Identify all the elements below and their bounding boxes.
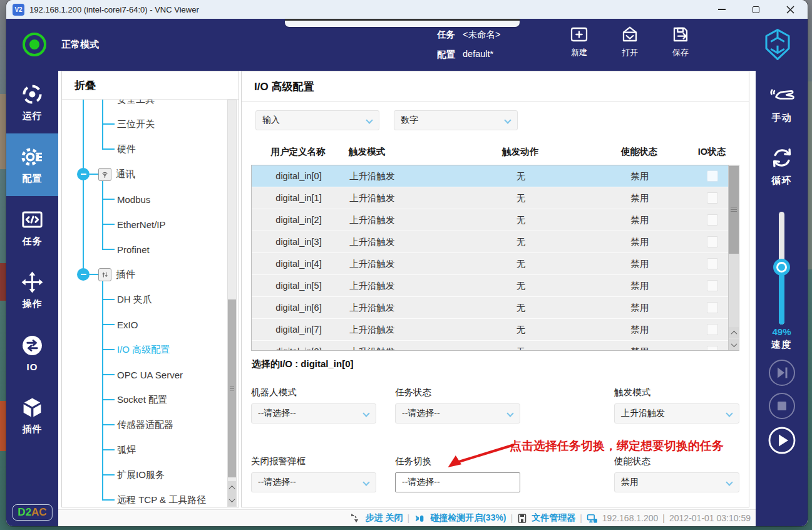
tree-item-0[interactable]: 安全工具 bbox=[62, 100, 226, 112]
trigger-mode-cell: 上升沿触发 bbox=[346, 324, 458, 336]
new-button[interactable]: 新建 bbox=[564, 24, 594, 58]
enable-state-cell: 禁用 bbox=[583, 280, 696, 292]
close-button[interactable] bbox=[773, 0, 808, 19]
step-mode-status[interactable]: 步进 关闭 bbox=[366, 512, 403, 524]
tree-item-3[interactable]: 通讯 bbox=[62, 162, 226, 187]
trigger-mode-field: 触发模式 上升沿触发 bbox=[614, 387, 739, 423]
table-row-0[interactable]: digital_in[0]上升沿触发无禁用 bbox=[252, 165, 739, 187]
tree-item-10[interactable]: I/O 高级配置 bbox=[62, 337, 226, 362]
step-forward-button[interactable] bbox=[768, 359, 796, 387]
tree-item-13[interactable]: 传感器适配器 bbox=[62, 412, 226, 437]
maximize-button[interactable] bbox=[739, 0, 773, 19]
open-icon bbox=[620, 24, 640, 44]
sidebar-item-io[interactable]: IO bbox=[6, 321, 58, 384]
io-state-checkbox[interactable] bbox=[707, 324, 718, 335]
collapse-toggle-icon[interactable] bbox=[77, 268, 90, 281]
table-row-7[interactable]: digital_in[7]上升沿触发无禁用 bbox=[252, 319, 739, 341]
table-scroll-down-button[interactable] bbox=[729, 339, 739, 350]
enable-state-select[interactable]: 禁用 bbox=[614, 472, 739, 492]
table-row-4[interactable]: digital_in[4]上升沿触发无禁用 bbox=[252, 253, 739, 275]
table-row-5[interactable]: digital_in[5]上升沿触发无禁用 bbox=[252, 275, 739, 297]
tree-item-5[interactable]: EtherNet/IP bbox=[62, 212, 226, 237]
loop-mode-button[interactable]: 循环 bbox=[756, 145, 808, 187]
tree-item-4[interactable]: Modbus bbox=[62, 187, 226, 212]
config-label: 配置 bbox=[437, 49, 455, 61]
tree-item-6[interactable]: Profinet bbox=[62, 237, 226, 262]
tree-item-2[interactable]: 硬件 bbox=[62, 137, 226, 162]
stop-icon bbox=[768, 392, 796, 420]
enable-state-cell: 禁用 bbox=[583, 236, 696, 248]
enable-state-cell: 禁用 bbox=[583, 258, 696, 270]
trigger-mode-select[interactable]: 上升沿触发 bbox=[614, 403, 739, 423]
tree-item-12[interactable]: Socket 配置 bbox=[62, 387, 226, 412]
task-icon bbox=[21, 208, 44, 231]
speed-slider-knob[interactable] bbox=[773, 259, 790, 276]
play-icon bbox=[768, 427, 796, 454]
sidebar-item-task[interactable]: 任务 bbox=[6, 196, 58, 259]
save-icon bbox=[671, 24, 691, 44]
io-direction-select[interactable]: 输入 bbox=[255, 110, 379, 130]
manual-mode-button[interactable]: 手动 bbox=[756, 85, 808, 124]
tree-item-1[interactable]: 三位开关 bbox=[62, 112, 226, 137]
tree-item-label: 弧焊 bbox=[117, 444, 136, 456]
enable-state-cell: 禁用 bbox=[583, 214, 696, 226]
io-state-checkbox[interactable] bbox=[707, 302, 718, 313]
io-state-checkbox[interactable] bbox=[707, 236, 718, 247]
collapse-header[interactable]: 折叠 bbox=[62, 71, 239, 100]
trigger-action-cell: 无 bbox=[458, 302, 583, 314]
stop-button[interactable] bbox=[768, 392, 796, 420]
tree-scroll-up-button[interactable] bbox=[228, 481, 236, 494]
tree-item-label: 三位开关 bbox=[117, 118, 155, 130]
play-button[interactable] bbox=[768, 427, 796, 454]
io-state-checkbox[interactable] bbox=[707, 346, 718, 351]
sidebar-item-jog[interactable]: 操作 bbox=[6, 259, 58, 321]
tree-scrollbar-thumb[interactable] bbox=[228, 299, 236, 477]
io-type-select[interactable]: 数字 bbox=[394, 110, 518, 130]
vnc-toolbar-tab[interactable] bbox=[285, 19, 520, 27]
window-titlebar[interactable]: V2 192.168.1.200 (intel-corei7-64:0) - V… bbox=[6, 0, 808, 19]
io-state-checkbox[interactable] bbox=[707, 192, 718, 204]
table-row-1[interactable]: digital_in[1]上升沿触发无禁用 bbox=[252, 187, 739, 209]
task-switch-select[interactable]: --请选择-- bbox=[395, 472, 520, 492]
tree-item-15[interactable]: 扩展IO服务 bbox=[62, 462, 226, 487]
task-state-select[interactable]: --请选择-- bbox=[395, 403, 520, 423]
table-row-2[interactable]: digital_in[2]上升沿触发无禁用 bbox=[252, 209, 739, 231]
minimize-button[interactable] bbox=[704, 0, 739, 19]
table-row-8[interactable]: digital_in[8]上升沿触发无禁用 bbox=[252, 341, 739, 351]
io-state-checkbox[interactable] bbox=[707, 280, 718, 291]
table-row-6[interactable]: digital_in[6]上升沿触发无禁用 bbox=[252, 297, 739, 319]
collapse-toggle-icon[interactable] bbox=[77, 168, 90, 180]
chevron-up-icon bbox=[229, 485, 235, 491]
tree-item-14[interactable]: 弧焊 bbox=[62, 437, 226, 462]
task-label: 任务 bbox=[437, 29, 455, 41]
file-manager-link[interactable]: 文件管理器 bbox=[532, 512, 575, 524]
tree-item-11[interactable]: OPC UA Server bbox=[62, 362, 226, 387]
sidebar-item-run[interactable]: 运行 bbox=[6, 71, 58, 133]
tree-item-7[interactable]: 插件 bbox=[62, 262, 226, 287]
robot-mode-select[interactable]: --请选择-- bbox=[251, 403, 376, 423]
sidebar-item-config[interactable]: 配置 bbox=[6, 133, 58, 196]
table-scroll-up-button[interactable] bbox=[729, 327, 739, 338]
tree-item-9[interactable]: ExIO bbox=[62, 312, 226, 337]
swap-icon bbox=[98, 268, 111, 281]
table-header: 用户定义名称 触发模式 触发动作 使能状态 IO状态 bbox=[251, 146, 728, 158]
collision-detect-status[interactable]: 碰撞检测开启(33%) bbox=[430, 512, 506, 524]
save-button[interactable]: 保存 bbox=[666, 24, 696, 58]
io-state-checkbox[interactable] bbox=[707, 258, 718, 269]
tree-item-8[interactable]: DH 夹爪 bbox=[62, 287, 226, 312]
tree-scrollbar[interactable] bbox=[227, 100, 237, 507]
io-state-checkbox[interactable] bbox=[707, 214, 718, 226]
desktop-wallpaper-strip bbox=[808, 81, 812, 269]
robot-ip: 192.168.1.200 bbox=[602, 513, 659, 523]
table-scrollbar[interactable] bbox=[728, 165, 739, 350]
table-row-3[interactable]: digital_in[3]上升沿触发无禁用 bbox=[252, 231, 739, 253]
io-state-checkbox[interactable] bbox=[707, 170, 718, 182]
close-alarm-select[interactable]: --请选择-- bbox=[251, 472, 376, 492]
sidebar-item-plugin[interactable]: 插件 bbox=[6, 384, 58, 447]
tree-item-16[interactable]: 远程 TCP & 工具路径 bbox=[62, 487, 226, 507]
io-name-cell: digital_in[5] bbox=[252, 281, 346, 291]
tree-scroll-down-button[interactable] bbox=[228, 494, 236, 506]
open-button[interactable]: 打开 bbox=[615, 24, 645, 58]
table-scrollbar-thumb[interactable] bbox=[729, 166, 739, 254]
hand-icon bbox=[769, 85, 795, 108]
